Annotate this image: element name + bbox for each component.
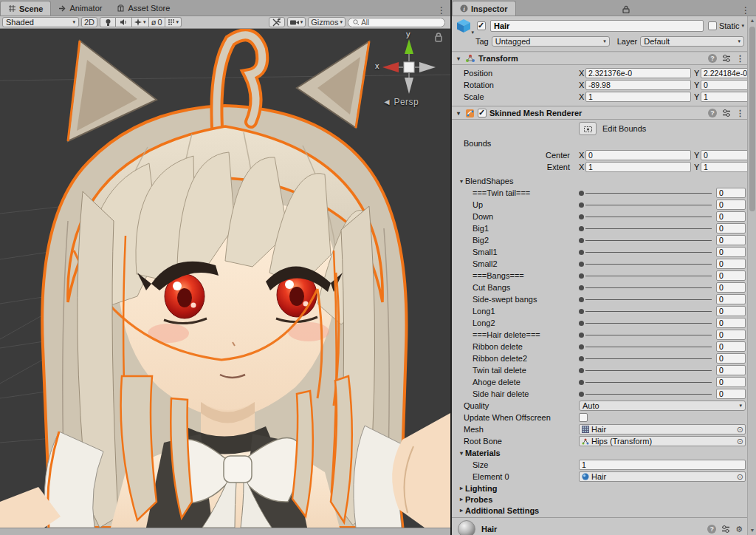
quality-dropdown[interactable]: Auto ▾ [579,401,746,411]
blendshape-value-field[interactable] [716,365,746,375]
gameobject-name-field[interactable] [490,20,704,32]
probes-foldout[interactable]: ▸ Probes [452,494,747,505]
blendshape-slider[interactable] [579,293,712,305]
gameobject-cube-icon[interactable]: ▾ [456,18,472,33]
object-picker-icon[interactable]: ⊙ [737,425,743,435]
blendshape-slider[interactable] [579,341,712,352]
tab-asset-store[interactable]: Asset Store [109,1,177,16]
scroll-up-icon[interactable]: ▲ [748,16,756,25]
object-picker-icon[interactable]: ⊙ [737,472,743,482]
rotation-x-field[interactable] [585,80,691,90]
blendshape-value-field[interactable] [716,223,746,234]
position-x-field[interactable] [585,68,691,78]
blendshape-slider[interactable] [579,187,712,199]
scene-orientation-gizmo[interactable]: y x ◄ Persp [374,32,444,113]
blendshape-value-field[interactable] [716,318,746,328]
skinned-mesh-renderer-header[interactable]: ▾ Skinned Mesh Renderer ? ⋮ [452,106,747,120]
scene-tools-button[interactable] [269,17,285,27]
gizmos-dropdown[interactable]: Gizmos ▾ [308,17,346,27]
blendshape-value-field[interactable] [716,341,746,352]
help-icon[interactable]: ? [708,54,717,63]
blendshape-value-field[interactable] [716,377,746,387]
help-icon[interactable]: ? [707,525,716,534]
additional-settings-foldout[interactable]: ▸ Additional Settings [452,505,747,516]
inspector-scrollbar[interactable]: ▲ ▼ [747,16,756,535]
static-dropdown-icon[interactable]: ▾ [741,23,744,29]
material-preview-sphere[interactable] [458,520,475,535]
scale-x-field[interactable] [585,92,691,102]
tab-inspector[interactable]: i Inspector [452,1,516,16]
component-enabled-checkbox[interactable] [478,109,487,117]
blendshape-slider[interactable] [579,305,712,317]
scene-viewport[interactable]: y x ◄ Persp [0,29,450,528]
presets-icon[interactable] [722,54,731,63]
mesh-object-field[interactable]: Hair ⊙ [579,424,746,435]
position-y-field[interactable] [701,68,747,78]
blendshape-slider[interactable] [579,199,712,211]
scene-search-input[interactable] [361,18,440,27]
blendshape-slider[interactable] [579,211,712,222]
blendshape-slider[interactable] [579,317,712,329]
rotation-y-field[interactable] [701,80,747,90]
blendshape-slider[interactable] [579,222,712,234]
component-menu-icon[interactable]: ⋮ [736,109,744,118]
blendshape-slider[interactable] [579,329,712,341]
layer-dropdown[interactable]: Default ▾ [640,36,744,47]
lighting-foldout[interactable]: ▸ Lighting [452,483,747,494]
blendshape-value-field[interactable] [716,306,746,316]
blendshape-slider[interactable] [579,270,712,282]
blendshape-value-field[interactable] [716,294,746,304]
static-checkbox[interactable] [708,21,717,30]
inspector-menu-icon[interactable]: ⋮ [737,5,755,16]
shading-mode-dropdown[interactable]: Shaded ▾ [2,17,79,27]
2d-toggle-button[interactable]: 2D [81,17,97,27]
blendshape-value-field[interactable] [716,282,746,293]
tab-animator[interactable]: Animator [51,1,109,16]
blendshape-slider[interactable] [579,388,712,400]
inspector-lock-icon[interactable] [618,5,634,16]
blendshapes-foldout[interactable]: ▾ BlendShapes [452,175,747,187]
blendshape-value-field[interactable] [716,247,746,257]
component-menu-icon[interactable]: ⋮ [736,54,744,64]
blendshape-slider[interactable] [579,282,712,293]
blendshape-slider[interactable] [579,376,712,388]
root-bone-object-field[interactable]: Hips (Transform) ⊙ [579,436,746,446]
scene-audio-toggle[interactable] [116,17,132,27]
presets-icon[interactable] [721,525,730,534]
scene-lighting-toggle[interactable] [100,17,116,27]
blendshape-slider[interactable] [579,352,712,364]
blendshape-value-field[interactable] [716,200,746,210]
blendshape-value-field[interactable] [716,188,746,198]
blendshape-value-field[interactable] [716,330,746,340]
blendshape-value-field[interactable] [716,389,746,399]
blendshape-value-field[interactable] [716,211,746,222]
scrollbar-thumb[interactable] [749,27,755,211]
blendshape-value-field[interactable] [716,353,746,364]
scroll-down-icon[interactable]: ▼ [748,526,756,535]
scene-effects-toggle[interactable]: ▾ [132,17,149,27]
gear-icon[interactable]: ⚙ [735,525,743,534]
extent-x-field[interactable] [585,162,691,172]
blendshape-slider[interactable] [579,246,712,258]
center-x-field[interactable] [585,150,691,160]
blendshape-slider[interactable] [579,234,712,246]
scene-camera-dropdown[interactable]: ▾ [287,17,306,27]
extent-y-field[interactable] [701,162,747,172]
transform-header[interactable]: ▾ Transform ? ⋮ [452,52,747,65]
presets-icon[interactable] [722,109,731,117]
blendshape-value-field[interactable] [716,235,746,245]
object-picker-icon[interactable]: ⊙ [737,437,743,446]
blendshape-value-field[interactable] [716,270,746,281]
scene-grid-visual-toggle[interactable]: ▾ [165,17,182,27]
help-icon[interactable]: ? [708,109,717,117]
tab-scene[interactable]: Scene [0,1,51,16]
element0-object-field[interactable]: Hair ⊙ [579,471,746,482]
materials-size-field[interactable] [579,460,746,470]
scene-visibility-toggle[interactable]: ø 0 [149,17,165,27]
edit-bounds-button[interactable] [579,122,597,135]
tag-dropdown[interactable]: Untagged ▾ [492,36,610,47]
update-offscreen-checkbox[interactable] [579,413,588,422]
scene-tab-menu-icon[interactable]: ⋮ [433,5,450,16]
materials-foldout[interactable]: ▾ Materials [452,447,747,459]
scale-y-field[interactable] [701,92,747,102]
